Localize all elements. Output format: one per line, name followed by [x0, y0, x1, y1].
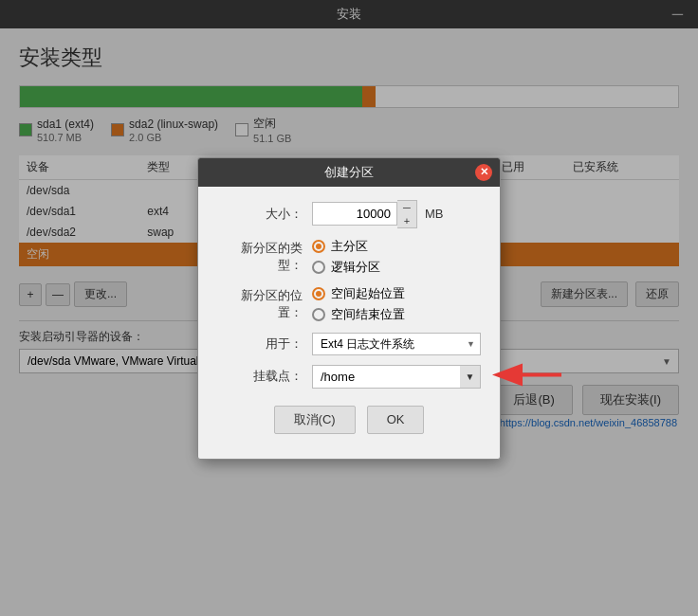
ok-button[interactable]: OK — [367, 406, 425, 434]
increase-button[interactable]: + — [397, 214, 416, 227]
position-label: 新分区的位置： — [217, 287, 312, 321]
dialog-title: 创建分区 — [324, 165, 374, 179]
size-unit: MB — [425, 207, 444, 221]
size-label: 大小： — [217, 206, 312, 223]
position-start-radio[interactable] — [312, 287, 325, 300]
dialog-body: 大小： ─ + MB 新分区的类型： 主分区 — [198, 187, 500, 459]
mount-input[interactable] — [312, 365, 481, 389]
type-primary-radio[interactable] — [312, 240, 325, 253]
create-partition-dialog: 创建分区 ✕ 大小： ─ + MB 新分区的类型 — [197, 157, 501, 460]
type-logical-radio[interactable] — [312, 261, 325, 274]
type-primary-label: 主分区 — [331, 238, 368, 255]
position-start-label: 空间起始位置 — [331, 285, 405, 302]
type-logical[interactable]: 逻辑分区 — [312, 259, 481, 276]
size-input-group: ─ + MB — [312, 200, 481, 228]
size-stepper: ─ + — [397, 200, 417, 228]
dialog-title-bar: 创建分区 ✕ — [198, 158, 500, 187]
size-input[interactable] — [312, 202, 397, 226]
type-logical-label: 逻辑分区 — [331, 259, 380, 276]
position-row: 新分区的位置： 空间起始位置 空间结束位置 — [217, 285, 481, 323]
use-label: 用于： — [217, 335, 312, 353]
use-row: 用于： Ext4 日志文件系统 Ext2 文件系统 交换空间 — [217, 333, 481, 355]
modal-overlay: 创建分区 ✕ 大小： ─ + MB 新分区的类型 — [0, 0, 698, 616]
mount-label: 挂载点： — [217, 368, 312, 385]
position-end-radio[interactable] — [312, 308, 325, 321]
mount-input-wrap: ▼ — [312, 365, 481, 389]
mount-dropdown-button[interactable]: ▼ — [460, 365, 481, 389]
close-icon: ✕ — [480, 166, 488, 178]
type-primary[interactable]: 主分区 — [312, 238, 481, 255]
position-radio-group: 空间起始位置 空间结束位置 — [312, 285, 481, 323]
use-select[interactable]: Ext4 日志文件系统 Ext2 文件系统 交换空间 — [312, 333, 481, 355]
size-row: 大小： ─ + MB — [217, 200, 481, 228]
decrease-button[interactable]: ─ — [397, 201, 416, 214]
position-start[interactable]: 空间起始位置 — [312, 285, 481, 302]
type-row: 新分区的类型： 主分区 逻辑分区 — [217, 238, 481, 276]
position-end-label: 空间结束位置 — [331, 306, 405, 323]
type-radio-group: 主分区 逻辑分区 — [312, 238, 481, 276]
mount-row: 挂载点： ▼ — [217, 365, 481, 389]
arrow-indicator — [490, 361, 566, 392]
position-end[interactable]: 空间结束位置 — [312, 306, 481, 323]
dialog-close-button[interactable]: ✕ — [475, 164, 492, 181]
type-label: 新分区的类型： — [217, 240, 312, 274]
dialog-footer: 取消(C) OK — [217, 398, 481, 447]
use-select-wrap: Ext4 日志文件系统 Ext2 文件系统 交换空间 — [312, 333, 481, 355]
cancel-button[interactable]: 取消(C) — [274, 406, 356, 434]
